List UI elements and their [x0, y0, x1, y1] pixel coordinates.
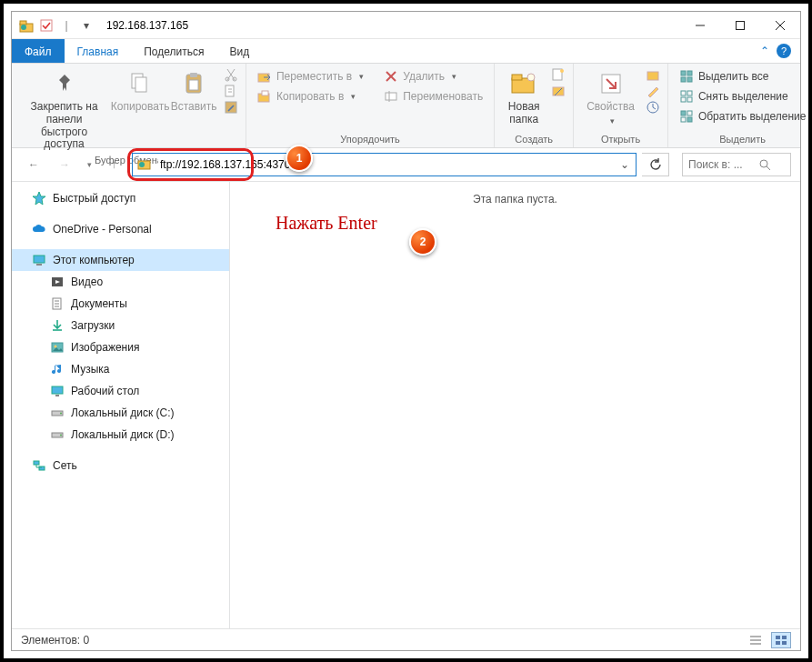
- computer-icon: [32, 253, 46, 267]
- select-invert-button[interactable]: Обратить выделение: [676, 107, 810, 125]
- new-item-icon[interactable]: [551, 67, 566, 82]
- svg-point-2: [21, 25, 26, 30]
- group-select: Выделить все Снять выделение Обратить вы…: [668, 64, 812, 147]
- sidebar-documents[interactable]: Документы: [12, 293, 229, 315]
- edit-icon[interactable]: [646, 84, 660, 98]
- file-list[interactable]: Эта папка пуста. Нажать Enter: [230, 182, 800, 628]
- address-bar[interactable]: ⌄: [132, 153, 637, 176]
- qat-checkbox-icon[interactable]: [39, 18, 54, 33]
- ribbon-collapse-icon[interactable]: ⌃: [760, 45, 769, 57]
- svg-rect-44: [687, 117, 692, 122]
- svg-rect-43: [681, 117, 686, 122]
- close-button[interactable]: [760, 12, 800, 39]
- copy-button[interactable]: Копировать: [113, 67, 167, 115]
- sidebar-music[interactable]: Музыка: [12, 358, 229, 380]
- rename-button[interactable]: Переименовать: [380, 87, 486, 105]
- svg-line-48: [767, 166, 770, 170]
- group-open: Свойства▾ Открыть: [574, 64, 668, 147]
- history-icon[interactable]: [646, 100, 660, 115]
- nav-recent-button[interactable]: ▾: [83, 152, 95, 177]
- qat-dropdown-icon[interactable]: ▾: [79, 18, 94, 33]
- sidebar-disk-c[interactable]: Локальный диск (C:): [12, 402, 229, 424]
- delete-icon: [384, 69, 398, 84]
- copy-to-button[interactable]: Копировать в▾: [254, 87, 367, 105]
- svg-rect-56: [52, 386, 63, 394]
- tab-home[interactable]: Главная: [65, 39, 132, 63]
- address-icon: [136, 155, 155, 174]
- svg-rect-9: [135, 77, 146, 92]
- minimize-button[interactable]: [680, 12, 720, 39]
- delete-button[interactable]: Удалить▾: [380, 67, 486, 85]
- navbar: ← → ▾ ↑ ⌄: [12, 148, 800, 181]
- new-folder-button[interactable]: Новая папка: [502, 67, 546, 128]
- group-label-new: Создать: [502, 132, 566, 145]
- svg-rect-40: [687, 97, 692, 102]
- nav-forward-button[interactable]: →: [52, 152, 77, 177]
- open-icon[interactable]: [646, 67, 660, 82]
- sidebar-this-pc[interactable]: Этот компьютер: [12, 249, 229, 271]
- tab-file[interactable]: Файл: [12, 39, 65, 63]
- svg-rect-19: [262, 91, 268, 95]
- address-dropdown-icon[interactable]: ⌄: [614, 154, 636, 176]
- new-folder-icon: [509, 69, 538, 98]
- svg-rect-1: [20, 21, 26, 25]
- explorer-window: | ▾ 192.168.137.165 Файл Главная Поделит…: [11, 11, 801, 651]
- group-label-select: Выделить: [676, 132, 810, 145]
- annotation-text: Нажать Enter: [276, 213, 377, 234]
- sidebar-videos[interactable]: Видео: [12, 271, 229, 293]
- empty-message: Эта папка пуста.: [473, 193, 557, 206]
- svg-rect-50: [36, 264, 42, 266]
- search-input[interactable]: [688, 158, 754, 171]
- select-none-button[interactable]: Снять выделение: [676, 87, 810, 105]
- svg-rect-62: [34, 461, 39, 465]
- svg-point-14: [233, 77, 236, 81]
- svg-rect-31: [647, 72, 658, 80]
- nav-pane[interactable]: Быстрый доступ OneDrive - Personal Этот …: [12, 182, 230, 628]
- content-area: Быстрый доступ OneDrive - Personal Этот …: [12, 181, 800, 628]
- sidebar-pictures[interactable]: Изображения: [12, 336, 229, 358]
- group-organize: Переместить в▾ Копировать в▾ Удалить▾ Пе…: [246, 64, 495, 147]
- pin-icon: [50, 69, 79, 98]
- select-all-icon: [679, 69, 694, 84]
- tab-share[interactable]: Поделиться: [131, 39, 216, 63]
- svg-point-61: [60, 435, 62, 436]
- nav-back-button[interactable]: ←: [21, 152, 46, 177]
- svg-rect-37: [681, 91, 686, 95]
- sidebar-disk-d[interactable]: Локальный диск (D:): [12, 424, 229, 446]
- search-box[interactable]: [682, 153, 791, 176]
- maximize-button[interactable]: [720, 12, 760, 39]
- pin-button[interactable]: Закрепить на панели быстрого доступа: [19, 67, 109, 153]
- paste-icon: [179, 69, 208, 98]
- tab-view[interactable]: Вид: [216, 39, 262, 63]
- copy-to-icon: [257, 89, 272, 104]
- easy-access-icon[interactable]: [551, 84, 566, 98]
- address-input[interactable]: [158, 158, 614, 171]
- sidebar-network[interactable]: Сеть: [12, 455, 229, 476]
- svg-rect-22: [386, 93, 396, 100]
- refresh-button[interactable]: [642, 153, 669, 176]
- sidebar-quick-access[interactable]: Быстрый доступ: [12, 187, 229, 209]
- move-to-icon: [257, 69, 272, 84]
- paste-shortcut-icon[interactable]: [224, 100, 238, 115]
- svg-rect-70: [782, 641, 787, 645]
- view-icons-button[interactable]: [771, 632, 791, 648]
- help-icon[interactable]: ?: [777, 44, 791, 58]
- svg-rect-5: [737, 21, 745, 29]
- cut-icon[interactable]: [224, 67, 238, 82]
- sidebar-downloads[interactable]: Загрузки: [12, 315, 229, 336]
- move-to-button[interactable]: Переместить в▾: [254, 67, 367, 85]
- nav-up-button[interactable]: ↑: [101, 152, 126, 177]
- sidebar-desktop[interactable]: Рабочий стол: [12, 380, 229, 402]
- paste-button[interactable]: Вставить: [171, 67, 216, 115]
- select-none-icon: [679, 89, 694, 104]
- select-all-button[interactable]: Выделить все: [676, 67, 810, 85]
- network-icon: [32, 458, 46, 473]
- copypath-icon[interactable]: [224, 84, 238, 98]
- sidebar-onedrive[interactable]: OneDrive - Personal: [12, 218, 229, 240]
- music-icon: [50, 362, 65, 376]
- view-details-button[interactable]: [746, 632, 766, 648]
- svg-rect-25: [512, 75, 522, 80]
- svg-point-46: [139, 162, 145, 167]
- properties-button[interactable]: Свойства▾: [581, 67, 640, 127]
- svg-rect-69: [776, 641, 780, 645]
